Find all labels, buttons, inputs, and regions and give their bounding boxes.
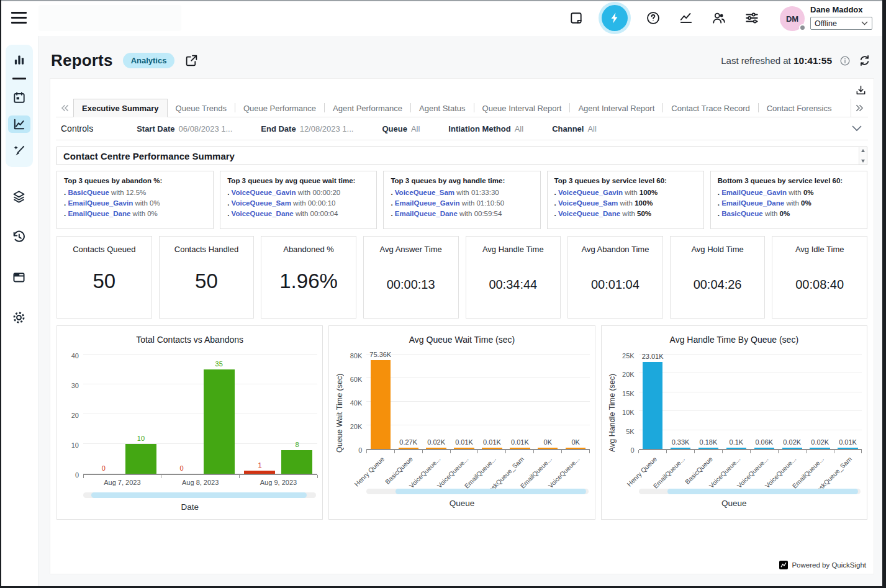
sidebar-item-layers[interactable]	[8, 188, 30, 206]
bar[interactable]	[538, 448, 558, 449]
kpi-card-avg-handle-time: Avg Handle Time00:34:44	[466, 236, 561, 319]
bar[interactable]	[281, 450, 312, 474]
x-axis-title: Date	[62, 502, 317, 512]
axis-tick	[317, 475, 318, 478]
sidebar-item-calendar[interactable]	[8, 89, 30, 106]
info-icon[interactable]	[839, 55, 851, 66]
controls-collapse-button[interactable]	[852, 125, 862, 132]
filter-start-date[interactable]: Start Date06/08/2023 1...	[137, 124, 232, 133]
sidebar-item-reports[interactable]	[8, 115, 30, 133]
queue-link[interactable]: BasicQueue	[68, 189, 109, 196]
tab-queue-performance[interactable]: Queue Performance	[235, 99, 324, 117]
filter-intiation-method[interactable]: Intiation MethodAll	[448, 124, 523, 133]
chart-title: Avg Handle Time By Queue (sec)	[607, 335, 862, 345]
bar[interactable]	[782, 448, 802, 449]
tab-agent-performance[interactable]: Agent Performance	[325, 99, 410, 117]
insight-value: 50%	[637, 210, 651, 217]
queue-link[interactable]: VoiceQueue_Sam	[232, 199, 291, 207]
download-icon[interactable]	[855, 84, 867, 96]
queue-link[interactable]: EmailQueue_Dane	[68, 210, 130, 217]
bar[interactable]	[566, 448, 585, 449]
bar[interactable]	[426, 448, 446, 449]
quick-actions-button[interactable]	[602, 5, 628, 31]
chart-scrollbar[interactable]	[366, 489, 588, 494]
tab-queue-interval-report[interactable]: Queue Interval Report	[474, 99, 570, 117]
kpi-label: Contacts Handled	[160, 245, 254, 254]
bar[interactable]	[510, 448, 530, 449]
filter-end-date[interactable]: End Date12/08/2023 1...	[261, 124, 353, 133]
x-axis-title: Queue	[607, 499, 862, 508]
tab-agent-interval-report[interactable]: Agent Interval Report	[570, 99, 662, 117]
tab-executive-summary[interactable]: Executive Summary	[73, 99, 168, 117]
queue-link[interactable]: VoiceQueue_Gavin	[558, 189, 623, 196]
sidebar-item-dashboard[interactable]	[8, 51, 30, 68]
hamburger-menu-icon[interactable]	[11, 12, 27, 24]
queue-link[interactable]: EmailQueue_Gavin	[395, 199, 460, 207]
chart-card-total-contacts-vs-abandons: Total Contacts vs Abandons01020304001003…	[57, 325, 323, 520]
summary-scrollbar[interactable]	[859, 147, 867, 165]
bar[interactable]	[125, 444, 156, 474]
chart-scrollbar[interactable]	[83, 492, 316, 498]
chart-scrollbar[interactable]	[639, 489, 861, 494]
bar-slot: 0	[166, 464, 197, 474]
bar[interactable]	[399, 448, 418, 449]
bar[interactable]	[838, 448, 857, 449]
bar[interactable]	[244, 471, 275, 474]
bar[interactable]	[810, 448, 829, 449]
tabs-scroll-right-icon[interactable]	[851, 99, 868, 117]
note-icon[interactable]	[569, 11, 584, 25]
insight-card-bottom-3-queues-by-service-level-60: Bottom 3 queues by service level 60:Emai…	[710, 171, 867, 229]
open-in-new-tab-button[interactable]	[185, 54, 198, 67]
page-scrollbar[interactable]	[882, 0, 886, 588]
bar[interactable]	[454, 448, 474, 449]
sidebar-item-window[interactable]	[8, 269, 30, 286]
sidebar-item-settings[interactable]	[8, 309, 30, 327]
bar[interactable]	[698, 448, 718, 449]
queue-link[interactable]: EmailQueue_Gavin	[68, 199, 133, 207]
queue-link[interactable]: VoiceQueue_Dane	[232, 210, 294, 217]
tabs-scroll-left-icon[interactable]	[56, 99, 73, 117]
bar-chart-icon	[12, 53, 26, 66]
insight-value: 0%	[801, 199, 811, 207]
bar[interactable]	[754, 448, 774, 449]
x-tick-label: Aug 7, 2023	[83, 475, 161, 490]
refresh-icon[interactable]	[858, 54, 871, 67]
tab-contact-forensics[interactable]: Contact Forensics	[759, 99, 840, 117]
avatar[interactable]: DM	[780, 6, 805, 31]
chart-scrollbar-thumb[interactable]	[91, 492, 307, 498]
insight-value: 00:00:20	[312, 189, 340, 196]
chart-scrollbar-thumb[interactable]	[396, 489, 586, 494]
bar[interactable]	[643, 362, 662, 449]
queue-link[interactable]: EmailQueue_Dane	[721, 199, 784, 207]
queue-link[interactable]: BasicQueue	[721, 210, 762, 217]
queue-link[interactable]: VoiceQueue_Dane	[558, 210, 620, 217]
bar-value-label: 75.36K	[369, 351, 391, 358]
tab-queue-trends[interactable]: Queue Trends	[168, 99, 235, 117]
bar[interactable]	[204, 369, 235, 474]
kpi-card-contacts-queued: Contacts Queued50	[57, 236, 152, 319]
metrics-icon[interactable]	[679, 11, 694, 25]
sidebar-item-customize[interactable]	[8, 142, 30, 160]
tab-agent-status[interactable]: Agent Status	[411, 99, 473, 117]
presence-status-select[interactable]: Offline	[810, 17, 872, 30]
axis-tick	[239, 475, 240, 478]
filter-channel[interactable]: ChannelAll	[552, 124, 597, 133]
bar[interactable]	[726, 448, 746, 449]
bar-slot: 8	[281, 441, 312, 474]
queue-link[interactable]: EmailQueue_Gavin	[721, 189, 787, 196]
agents-icon[interactable]	[712, 11, 726, 25]
settings-sliders-icon[interactable]	[744, 11, 759, 25]
bar[interactable]	[482, 448, 502, 449]
filter-queue[interactable]: QueueAll	[382, 124, 420, 133]
bar[interactable]	[371, 360, 391, 449]
filter-value: All	[411, 124, 420, 133]
tab-contact-trace-record[interactable]: Contact Trace Record	[663, 99, 757, 117]
sidebar-item-history[interactable]	[8, 228, 30, 246]
queue-link[interactable]: VoiceQueue_Sam	[395, 189, 454, 196]
queue-link[interactable]: EmailQueue_Dane	[395, 210, 458, 217]
chart-scrollbar-thumb[interactable]	[667, 489, 858, 494]
queue-link[interactable]: VoiceQueue_Sam	[558, 199, 618, 207]
bar[interactable]	[671, 448, 690, 449]
help-icon[interactable]	[646, 11, 661, 25]
queue-link[interactable]: VoiceQueue_Gavin	[232, 189, 296, 196]
